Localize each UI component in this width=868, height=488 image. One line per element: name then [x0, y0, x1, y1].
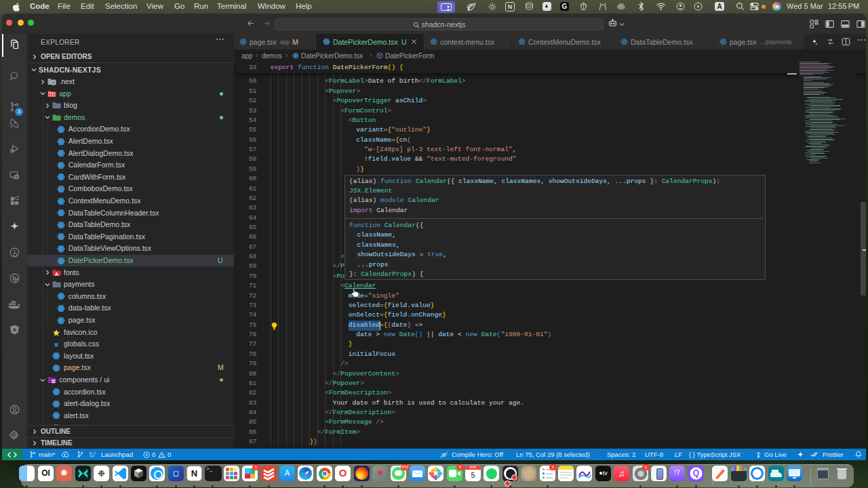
svg-text:A: A: [13, 327, 17, 333]
svg-text:ш: ш: [54, 342, 58, 348]
svg-text:N: N: [52, 81, 55, 85]
svg-text:A: A: [55, 271, 58, 276]
